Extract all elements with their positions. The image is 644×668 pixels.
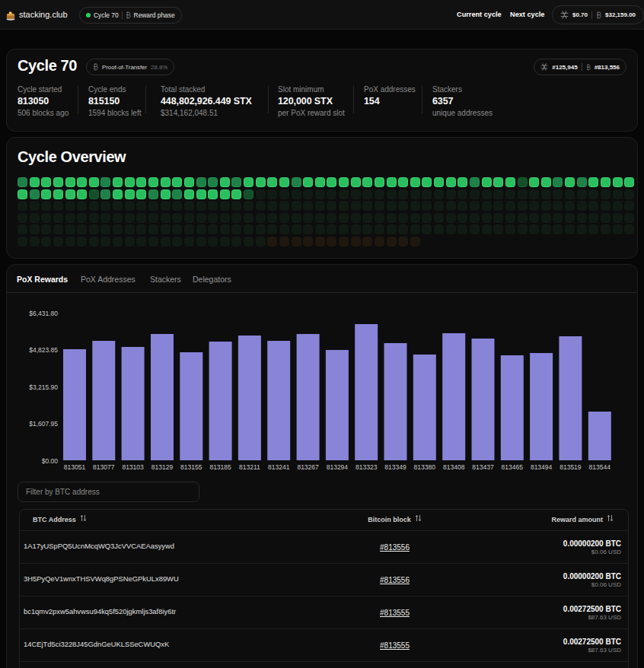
svg-text:813494: 813494 <box>531 463 553 471</box>
svg-text:813544: 813544 <box>589 463 611 471</box>
svg-text:813129: 813129 <box>151 463 174 471</box>
svg-text:813465: 813465 <box>502 463 524 471</box>
svg-text:813155: 813155 <box>180 463 202 471</box>
svg-text:$6,431.80: $6,431.80 <box>29 310 58 317</box>
svg-text:$1,607.95: $1,607.95 <box>29 420 58 428</box>
svg-text:$3,215.90: $3,215.90 <box>29 383 58 391</box>
svg-text:813519: 813519 <box>560 463 582 471</box>
svg-text:813077: 813077 <box>93 463 115 471</box>
svg-text:813267: 813267 <box>297 463 319 471</box>
svg-text:813408: 813408 <box>443 463 465 471</box>
svg-text:813185: 813185 <box>209 463 231 471</box>
svg-text:813349: 813349 <box>384 463 406 471</box>
svg-text:813103: 813103 <box>122 463 144 471</box>
svg-text:813241: 813241 <box>268 463 290 471</box>
svg-text:$4,823.85: $4,823.85 <box>29 346 58 354</box>
svg-text:813437: 813437 <box>472 463 494 471</box>
svg-text:$0.00: $0.00 <box>42 457 59 465</box>
svg-text:813323: 813323 <box>355 463 378 471</box>
svg-text:813380: 813380 <box>414 463 436 471</box>
svg-text:813211: 813211 <box>239 463 260 471</box>
svg-text:813051: 813051 <box>64 463 86 471</box>
svg-text:813294: 813294 <box>327 463 349 471</box>
